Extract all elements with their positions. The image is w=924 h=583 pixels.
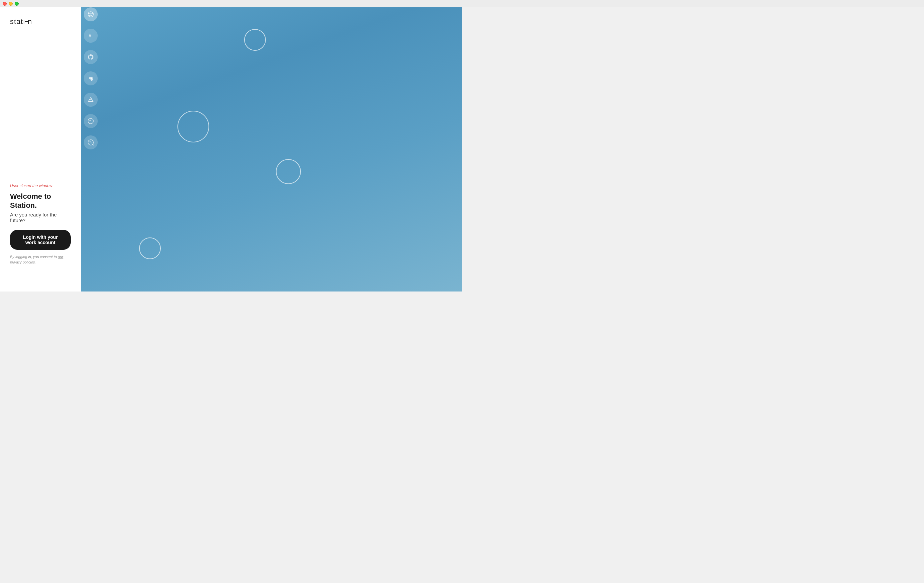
- privacy-suffix: .: [35, 260, 36, 264]
- privacy-prefix: By logging in, you consent to: [10, 255, 58, 259]
- sidebar-item-quotes[interactable]: ": [84, 114, 98, 128]
- logo-area: statin: [0, 7, 81, 33]
- decorative-area: [101, 7, 462, 292]
- close-button[interactable]: [3, 2, 7, 6]
- welcome-subtitle: Are you ready for the future?: [10, 212, 71, 223]
- sidebar-item-slack[interactable]: #: [84, 29, 98, 43]
- app-sidebar: # ": [81, 7, 101, 292]
- welcome-title: Welcome to Station.: [10, 192, 71, 210]
- titlebar: [0, 0, 462, 7]
- error-message: User closed the window: [10, 183, 71, 188]
- bottom-content: User closed the window Welcome to Statio…: [10, 183, 71, 265]
- sidebar-item-github[interactable]: [84, 50, 98, 64]
- app-logo: statin: [10, 17, 71, 26]
- svg-text:#: #: [89, 33, 91, 38]
- svg-point-0: [88, 12, 93, 17]
- login-button[interactable]: Login with your work account: [10, 230, 71, 250]
- sidebar-item-whatsapp[interactable]: [84, 135, 98, 150]
- privacy-text: By logging in, you consent to our privac…: [10, 254, 71, 265]
- sidebar-item-dribbble[interactable]: [84, 7, 98, 21]
- minimize-button[interactable]: [9, 2, 13, 6]
- floating-circle-1: [244, 29, 266, 51]
- svg-text:": ": [89, 119, 91, 123]
- right-panel: # ": [81, 0, 462, 292]
- left-panel: statin User closed the window Welcome to…: [0, 0, 81, 292]
- maximize-button[interactable]: [15, 2, 19, 6]
- sidebar-item-dropbox[interactable]: [84, 71, 98, 86]
- floating-circle-2: [177, 111, 209, 142]
- sidebar-item-drive[interactable]: [84, 93, 98, 107]
- floating-circle-4: [139, 237, 161, 259]
- floating-circle-3: [276, 159, 301, 184]
